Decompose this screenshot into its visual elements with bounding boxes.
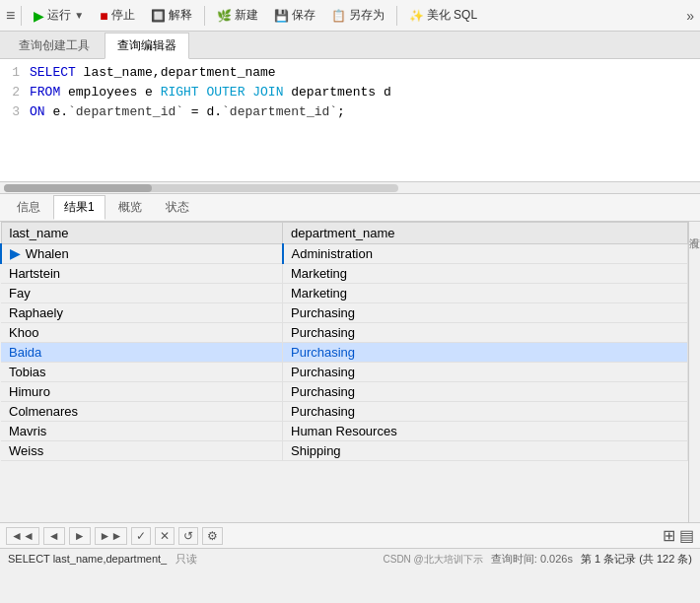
cell-deptname: Purchasing [283, 382, 688, 402]
editor-tabbar: 查询创建工具 查询编辑器 [0, 32, 700, 59]
cell-lastname: Fay [1, 284, 283, 303]
expand-button[interactable]: » [686, 8, 694, 24]
tab-query-editor[interactable]: 查询编辑器 [105, 33, 189, 59]
table-main: last_name department_name ▶ WhalenAdmini… [0, 222, 688, 522]
beautify-icon: ✨ [409, 9, 424, 23]
tab-query-editor-label: 查询编辑器 [117, 38, 176, 52]
explain-button[interactable]: 🔲 解释 [145, 5, 198, 26]
cell-deptname: Human Resources [283, 422, 688, 441]
confirm-button[interactable]: ✓ [131, 527, 151, 545]
h-scrollbar[interactable] [0, 182, 700, 194]
table-row[interactable]: ▶ WhalenAdministration [1, 244, 688, 264]
tab-overview-label: 概览 [118, 200, 142, 214]
cell-deptname: Administration [283, 244, 688, 264]
hamburger-menu[interactable]: ≡ [6, 7, 15, 25]
tab-info-label: 信息 [17, 200, 40, 214]
tab-query-builder[interactable]: 查询创建工具 [6, 33, 103, 58]
prev-record-button[interactable]: ◄ [43, 527, 65, 545]
table-row[interactable]: FayMarketing [1, 284, 688, 303]
new-button[interactable]: 🌿 新建 [211, 5, 264, 26]
grid-view-icon[interactable]: ⊞ [663, 526, 675, 545]
tab-overview[interactable]: 概览 [107, 195, 153, 220]
beautify-label: 美化 SQL [427, 7, 477, 24]
save-icon: 💾 [274, 9, 289, 23]
cell-deptname: Shipping [283, 441, 688, 461]
cell-lastname: Raphaely [1, 303, 283, 323]
table-row[interactable]: ColmenaresPurchasing [1, 402, 688, 422]
cell-deptname: Marketing [283, 264, 688, 284]
cell-lastname: Weiss [1, 441, 283, 461]
code-line-1: 1 SELECT last_name,department_name [0, 63, 700, 83]
cell-lastname: Himuro [1, 382, 283, 402]
save-button[interactable]: 💾 保存 [268, 5, 321, 26]
table-row[interactable]: HimuroPurchasing [1, 382, 688, 402]
table-row[interactable]: WeissShipping [1, 441, 688, 461]
tab-result1[interactable]: 结果1 [53, 195, 105, 220]
separator-3 [396, 6, 397, 26]
cell-lastname: Baida [1, 343, 283, 363]
new-label: 新建 [235, 7, 258, 24]
run-chevron: ▼ [74, 10, 84, 21]
code-content-3: ON e.`department_id` = d.`department_id`… [30, 102, 700, 122]
list-view-icon[interactable]: ▤ [679, 526, 694, 545]
cell-deptname: Purchasing [283, 343, 688, 363]
run-icon: ▶ [34, 8, 44, 24]
settings-button[interactable]: ⚙ [202, 527, 223, 545]
query-time-value: 0.026s [540, 553, 573, 565]
line-num-2: 2 [0, 83, 30, 102]
sql-preview-text: SELECT last_name,department_ [8, 553, 167, 565]
table-row[interactable]: TobiasPurchasing [1, 363, 688, 382]
grid-icons: ⊞ ▤ [663, 526, 694, 545]
stop-icon: ■ [100, 8, 107, 24]
separator-1 [21, 6, 22, 26]
cell-deptname: Marketing [283, 284, 688, 303]
tab-status-label: 状态 [166, 200, 189, 214]
tab-status[interactable]: 状态 [155, 195, 200, 220]
saveas-icon: 📋 [331, 9, 346, 23]
code-editor[interactable]: 1 SELECT last_name,department_name 2 FRO… [0, 59, 700, 182]
side-scrollbar[interactable]: 没有 [688, 222, 700, 522]
cell-lastname: Hartstein [1, 264, 283, 284]
run-button[interactable]: ▶ 运行 ▼ [28, 5, 90, 26]
code-lines: 1 SELECT last_name,department_name 2 FRO… [0, 63, 700, 122]
table-row[interactable]: HartsteinMarketing [1, 264, 688, 284]
beautify-button[interactable]: ✨ 美化 SQL [403, 5, 483, 26]
refresh-button[interactable]: ↺ [178, 527, 198, 545]
h-scroll-thumb[interactable] [4, 184, 152, 192]
last-record-button[interactable]: ►► [95, 527, 128, 545]
query-time-label: 查询时间: [491, 553, 537, 565]
table-row[interactable]: KhooPurchasing [1, 323, 688, 343]
sql-preview: SELECT last_name,department_ 只读 [8, 552, 376, 567]
table-row[interactable]: BaidaPurchasing [1, 343, 688, 363]
saveas-button[interactable]: 📋 另存为 [325, 5, 390, 26]
cell-lastname: Colmenares [1, 402, 283, 422]
query-time: 查询时间: 0.026s [491, 552, 573, 567]
no-data-label: 没有 [687, 222, 700, 230]
explain-icon: 🔲 [151, 9, 166, 23]
readonly-badge: 只读 [175, 553, 197, 565]
record-info: 第 1 条记录 (共 122 条) [581, 552, 692, 567]
cell-deptname: Purchasing [283, 363, 688, 382]
main-toolbar: ≡ ▶ 运行 ▼ ■ 停止 🔲 解释 🌿 新建 💾 保存 📋 另存为 ✨ 美化 … [0, 0, 700, 32]
saveas-label: 另存为 [349, 7, 385, 24]
col-header-lastname: last_name [1, 223, 283, 244]
tab-info[interactable]: 信息 [6, 195, 51, 220]
statusbar: SELECT last_name,department_ 只读 CSDN @北大… [0, 548, 700, 570]
code-content-1: SELECT last_name,department_name [30, 63, 700, 83]
cancel-edit-button[interactable]: ✕ [155, 527, 175, 545]
save-label: 保存 [292, 7, 315, 24]
first-record-button[interactable]: ◄◄ [6, 527, 39, 545]
tab-result1-label: 结果1 [64, 200, 95, 214]
cell-lastname: Khoo [1, 323, 283, 343]
cell-lastname: ▶ Whalen [1, 244, 283, 264]
table-row[interactable]: MavrisHuman Resources [1, 422, 688, 441]
csdn-watermark: CSDN @北大培训下示 [384, 553, 483, 567]
new-icon: 🌿 [217, 9, 232, 23]
line-num-1: 1 [0, 63, 30, 83]
stop-button[interactable]: ■ 停止 [94, 5, 140, 26]
next-record-button[interactable]: ► [69, 527, 91, 545]
table-row[interactable]: RaphaelyPurchasing [1, 303, 688, 323]
explain-label: 解释 [169, 7, 192, 24]
code-line-3: 3 ON e.`department_id` = d.`department_i… [0, 102, 700, 122]
code-content-2: FROM employees e RIGHT OUTER JOIN depart… [30, 83, 700, 102]
